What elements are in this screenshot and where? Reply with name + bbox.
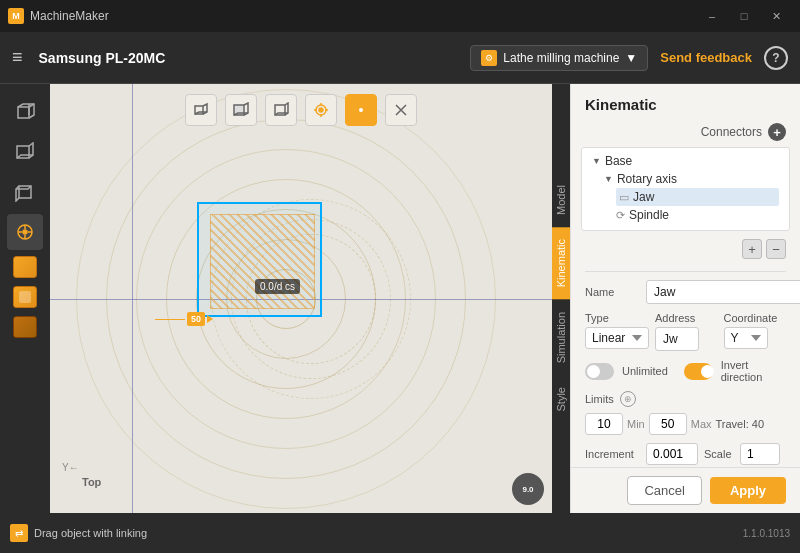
canvas-area[interactable]: 0.0/d cs 50 Top Y← 9.0 xyxy=(50,84,552,513)
view-icon-front[interactable] xyxy=(7,134,43,170)
svg-point-9 xyxy=(319,108,323,112)
limits-label-row: Limits ⊕ xyxy=(585,391,786,407)
scale-input[interactable] xyxy=(740,443,780,465)
app-icon: M xyxy=(8,8,24,24)
cancel-button[interactable]: Cancel xyxy=(627,476,701,505)
invert-label: Invert direction xyxy=(721,359,786,383)
arrow-value: 50 xyxy=(187,312,205,326)
cube-orange-3[interactable] xyxy=(13,316,37,338)
tree-add-button[interactable]: + xyxy=(742,239,762,259)
view-icon-rotate[interactable] xyxy=(7,214,43,250)
kinematic-tree: ▼ Base ▼ Rotary axis ▭ Jaw ⟳ Spindle xyxy=(581,147,790,231)
close-button[interactable]: ✕ xyxy=(760,0,792,32)
limits-row: Min Max Travel: 40 xyxy=(585,413,786,435)
form-section: Name ··· Type Linear Rotary Address xyxy=(571,276,800,467)
limit-min-input[interactable] xyxy=(585,413,623,435)
bottom-bar: ⇄ Drag object with linking 1.1.0.1013 xyxy=(0,513,800,553)
tree-arrow-base: ▼ xyxy=(592,156,601,166)
limits-label: Limits xyxy=(585,393,614,405)
tool-box2[interactable] xyxy=(225,94,257,126)
view-tabs xyxy=(0,84,50,513)
tree-icon-spindle: ⟳ xyxy=(616,209,625,222)
tree-item-base-label: Base xyxy=(605,154,632,168)
machine-type-chevron: ▼ xyxy=(625,51,637,65)
arrow-indicator: 50 xyxy=(155,312,213,326)
canvas-toolbar xyxy=(50,94,552,126)
invert-toggle[interactable] xyxy=(684,363,713,380)
toolbar: ≡ Samsung PL-20MC ⚙ Lathe milling machin… xyxy=(0,32,800,84)
tree-arrow-rotary: ▼ xyxy=(604,174,613,184)
type-col: Type Linear Rotary xyxy=(585,312,649,349)
coordinate-select[interactable]: Y X Z xyxy=(724,327,768,349)
scale-label: Scale xyxy=(704,448,734,460)
tab-simulation[interactable]: Simulation xyxy=(552,300,570,375)
status-icon: ⇄ xyxy=(10,524,28,542)
tree-item-spindle[interactable]: ⟳ Spindle xyxy=(616,206,779,224)
limits-icon[interactable]: ⊕ xyxy=(620,391,636,407)
tab-style[interactable]: Style xyxy=(552,375,570,423)
type-address-row: Type Linear Rotary Address Coordinate Y … xyxy=(585,312,786,351)
maximize-button[interactable]: □ xyxy=(728,0,760,32)
limit-max-label: Max xyxy=(691,418,712,430)
lathe-icon: ⚙ xyxy=(481,50,497,66)
main-content: 0.0/d cs 50 Top Y← 9.0 Model Kinematic S… xyxy=(0,84,800,513)
send-feedback-button[interactable]: Send feedback xyxy=(660,50,752,65)
tool-dot[interactable] xyxy=(345,94,377,126)
type-label: Type xyxy=(585,312,649,324)
machine-name: Samsung PL-20MC xyxy=(39,50,471,66)
coordinate-label: Coordinate xyxy=(724,312,787,324)
tool-box1[interactable] xyxy=(185,94,217,126)
app-title: MachineMaker xyxy=(30,9,696,23)
type-select[interactable]: Linear Rotary xyxy=(585,327,649,349)
tool-target[interactable] xyxy=(305,94,337,126)
tree-item-rotary[interactable]: ▼ Rotary axis xyxy=(604,170,779,188)
address-col: Address xyxy=(655,312,718,351)
unlimited-toggle[interactable] xyxy=(585,363,614,380)
limit-max-input[interactable] xyxy=(649,413,687,435)
svg-rect-0 xyxy=(18,107,29,118)
name-input[interactable] xyxy=(646,280,800,304)
menu-icon[interactable]: ≡ xyxy=(12,47,23,68)
tree-controls: + − xyxy=(571,237,800,267)
y-axis-label: Y← xyxy=(62,462,79,473)
name-label: Name xyxy=(585,286,640,298)
apply-button[interactable]: Apply xyxy=(710,477,786,504)
connectors-row: Connectors + xyxy=(571,121,800,147)
tool-box3[interactable] xyxy=(265,94,297,126)
view-icon-perspective[interactable] xyxy=(7,94,43,130)
speed-indicator: 9.0 xyxy=(512,473,544,505)
status-text: Drag object with linking xyxy=(34,527,737,539)
tree-item-jaw[interactable]: ▭ Jaw xyxy=(616,188,779,206)
cube-orange-1[interactable] xyxy=(13,256,37,278)
panel-title: Kinematic xyxy=(571,84,800,121)
tree-item-spindle-label: Spindle xyxy=(629,208,669,222)
tab-kinematic[interactable]: Kinematic xyxy=(552,227,570,299)
address-input[interactable] xyxy=(655,327,699,351)
name-row: Name ··· xyxy=(585,280,786,304)
increment-label: Increment xyxy=(585,448,640,460)
travel-label: Travel: 40 xyxy=(716,418,765,430)
increment-row: Increment Scale xyxy=(585,443,786,465)
machine-type-label: Lathe milling machine xyxy=(503,51,619,65)
address-label: Address xyxy=(655,312,718,324)
add-connector-button[interactable]: + xyxy=(768,123,786,141)
increment-input[interactable] xyxy=(646,443,698,465)
tree-icon-jaw: ▭ xyxy=(619,191,629,204)
help-button[interactable]: ? xyxy=(764,46,788,70)
tab-model[interactable]: Model xyxy=(552,173,570,227)
titlebar: M MachineMaker – □ ✕ xyxy=(0,0,800,32)
vertical-tabs: Model Kinematic Simulation Style xyxy=(552,84,570,513)
cube-orange-2[interactable] xyxy=(13,286,37,308)
tree-item-base[interactable]: ▼ Base xyxy=(592,152,779,170)
limit-min-label: Min xyxy=(627,418,645,430)
view-top-label: Top xyxy=(82,476,101,488)
panel-footer: Cancel Apply xyxy=(571,467,800,513)
machine-type-selector[interactable]: ⚙ Lathe milling machine ▼ xyxy=(470,45,648,71)
right-panel: Kinematic Connectors + ▼ Base ▼ Rotary a… xyxy=(570,84,800,513)
view-icon-side[interactable] xyxy=(7,174,43,210)
tool-cross[interactable] xyxy=(385,94,417,126)
coordinate-col: Coordinate Y X Z xyxy=(724,312,787,349)
tree-remove-button[interactable]: − xyxy=(766,239,786,259)
minimize-button[interactable]: – xyxy=(696,0,728,32)
tree-item-jaw-label: Jaw xyxy=(633,190,654,204)
